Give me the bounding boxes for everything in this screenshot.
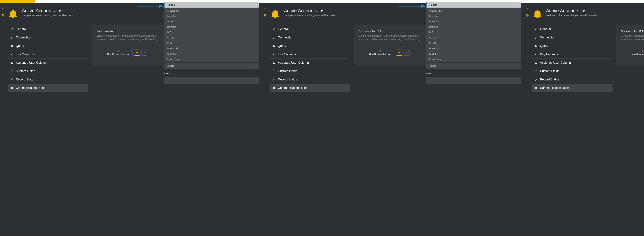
- dropdown-option[interactable]: Less than: [426, 14, 521, 19]
- dropdown-option[interactable]: Contains: [426, 24, 521, 30]
- page-title: Active Accounts List: [284, 8, 336, 14]
- left-rail: »: [524, 3, 530, 236]
- nav-record-status[interactable]: Record Status: [532, 75, 612, 84]
- file-icon: [535, 45, 538, 47]
- nav-query[interactable]: Query: [532, 42, 612, 50]
- nav-label: Record Status: [278, 78, 297, 81]
- chevron-down-icon: ⌄: [255, 65, 256, 67]
- communication-rules-panel: Communication Rules Create communication…: [92, 25, 176, 66]
- dropdown-option[interactable]: Is Empty: [426, 51, 521, 57]
- nav-communication-rules[interactable]: Communication Rules: [8, 84, 88, 92]
- key-icon: [272, 53, 276, 56]
- section-nav: General Connection Query Key Columns Ass…: [532, 25, 612, 92]
- dropdown-option[interactable]: Less than: [164, 14, 259, 19]
- chevron-down-icon: ⌄: [517, 65, 518, 67]
- nav-communication-rules[interactable]: Communication Rules: [270, 84, 350, 92]
- nav-key-columns[interactable]: Key Columns: [532, 50, 612, 59]
- nav-label: Key Columns: [540, 53, 558, 56]
- columns-icon: [272, 70, 276, 73]
- add-icon[interactable]: [264, 14, 267, 17]
- dropdown-option[interactable]: Greater than: [164, 8, 259, 14]
- dropdown-option[interactable]: Is Empty: [164, 51, 259, 57]
- wrench-icon: [535, 28, 538, 31]
- page-header: Active Accounts List Navigate to the sec…: [532, 8, 644, 20]
- dropdown-option[interactable]: Is False: [164, 35, 259, 40]
- nav-connection[interactable]: Connection: [270, 33, 350, 42]
- value-input[interactable]: [426, 77, 521, 84]
- dropdown-option[interactable]: Is True: [426, 30, 521, 35]
- add-group-button[interactable]: [404, 50, 410, 56]
- chip-small-label: p: [107, 50, 130, 52]
- nav-assigned-user[interactable]: Assigned User Column: [532, 59, 612, 67]
- nav-connection[interactable]: Connection: [8, 33, 88, 42]
- nav-general[interactable]: General: [532, 25, 612, 33]
- user-icon: [535, 62, 538, 64]
- dropdown-option[interactable]: Not equal: [426, 19, 521, 24]
- dropdown-option[interactable]: Contains: [164, 24, 259, 30]
- nav-custom-fields[interactable]: Custom Fields: [532, 67, 612, 75]
- nav-custom-fields[interactable]: Custom Fields: [8, 67, 88, 75]
- dropdown-option[interactable]: Is Not Empty: [164, 57, 259, 62]
- expand-icon[interactable]: »: [264, 7, 266, 9]
- nav-label: Communication Rules: [16, 86, 45, 90]
- operator-select[interactable]: Equals ⌄: [426, 63, 521, 69]
- nav-key-columns[interactable]: Key Columns: [270, 50, 350, 59]
- nav-connection[interactable]: Connection: [532, 33, 612, 42]
- expand-icon[interactable]: »: [2, 7, 4, 9]
- dropdown-option[interactable]: Is True: [164, 30, 259, 35]
- dropdown-option[interactable]: Is Null: [164, 40, 259, 46]
- nav-custom-fields[interactable]: Custom Fields: [270, 67, 350, 75]
- dropdown-option[interactable]: Is Not Null: [426, 46, 521, 51]
- dropdown-option[interactable]: Greater than: [426, 8, 521, 14]
- condition-chip[interactable]: p New Records Condition: [105, 48, 133, 57]
- dropdown-option[interactable]: Not equal: [164, 19, 259, 24]
- nav-query[interactable]: Query: [270, 42, 350, 50]
- add-condition-button[interactable]: [134, 50, 140, 56]
- dropdown-option[interactable]: Is False: [426, 35, 521, 40]
- dropdown-selected[interactable]: Equals: [164, 2, 259, 8]
- add-icon[interactable]: [2, 14, 4, 17]
- nav-general[interactable]: General: [8, 25, 88, 33]
- required-indicator: *: [170, 72, 172, 75]
- add-group-button[interactable]: [142, 50, 148, 56]
- panel-title: Communication Rules: [96, 30, 170, 33]
- dropdown-list: Greater than Less than Not equal Contain…: [426, 8, 521, 62]
- plug-icon: [272, 36, 276, 39]
- nav-general[interactable]: General: [270, 25, 350, 33]
- operator-dropdown[interactable]: Equals Greater than Less than Not equal …: [164, 2, 259, 62]
- expand-icon[interactable]: »: [526, 7, 528, 9]
- dropdown-option[interactable]: Is Not Null: [164, 46, 259, 51]
- dropdown-option[interactable]: Is Null: [426, 40, 521, 46]
- operator-select[interactable]: Equals ⌄: [164, 63, 259, 69]
- operator-dropdown[interactable]: Equals Greater than Less than Not equal …: [426, 2, 521, 62]
- communication-rules-panel: Communication Rules Create communication…: [616, 25, 644, 66]
- nav-record-status[interactable]: Record Status: [270, 75, 350, 84]
- nav-label: Assigned User Column: [278, 61, 309, 65]
- nav-key-columns[interactable]: Key Columns: [8, 50, 88, 59]
- panel-desc: Create communication rules to distribute…: [621, 34, 644, 41]
- dropdown-option[interactable]: Is Not Empty: [426, 57, 521, 62]
- add-icon[interactable]: [526, 14, 529, 17]
- nav-record-status[interactable]: Record Status: [8, 75, 88, 84]
- condition-chip[interactable]: p New Records Condition: [367, 48, 395, 57]
- nav-label: Query: [278, 44, 286, 48]
- select-value: Equals: [429, 65, 436, 67]
- nav-assigned-user[interactable]: Assigned User Column: [8, 59, 88, 67]
- chip-small-label: p: [369, 50, 392, 52]
- select-value: Equals: [167, 65, 174, 67]
- nav-assigned-user[interactable]: Assigned User Column: [270, 59, 350, 67]
- wrench-icon: [272, 28, 276, 31]
- add-condition-button[interactable]: [396, 50, 402, 56]
- panel-desc: Create communication rules to distribute…: [96, 34, 170, 41]
- dropdown-selected[interactable]: Equals: [426, 2, 521, 8]
- nav-label: Connection: [278, 36, 293, 39]
- condition-chip[interactable]: p New Records Condition: [629, 48, 644, 57]
- page-subtitle: Navigate to the section that you would l…: [22, 14, 73, 17]
- nav-query[interactable]: Query: [8, 42, 88, 50]
- page-subtitle: Navigate to the section that you would l…: [284, 14, 336, 17]
- nav-label: Connection: [16, 36, 31, 39]
- nav-communication-rules[interactable]: Communication Rules: [532, 84, 612, 92]
- value-field-block: Value *: [164, 72, 259, 84]
- left-rail: »: [262, 3, 268, 236]
- value-input[interactable]: [164, 77, 259, 84]
